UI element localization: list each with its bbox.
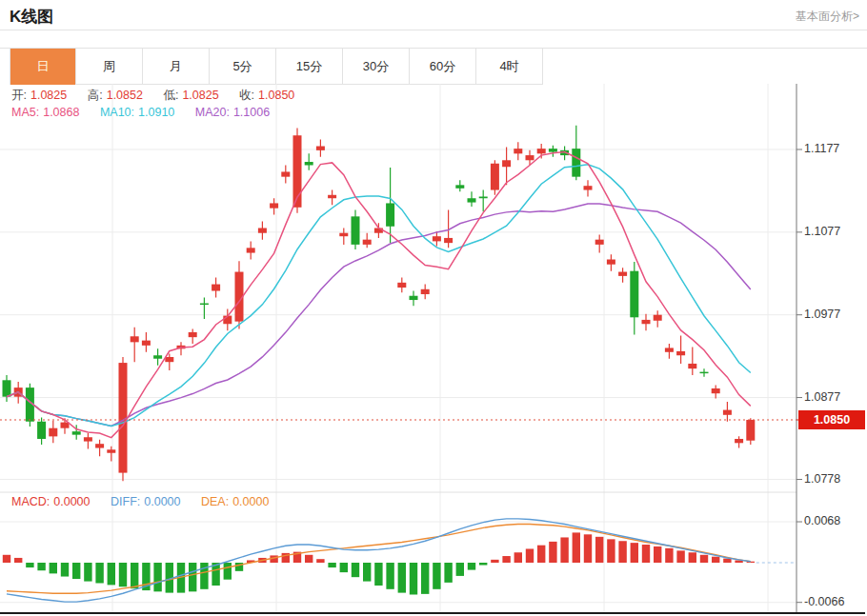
macd-hist-bar [665, 548, 673, 563]
macd-hist-bar [119, 563, 127, 586]
candle-body [352, 216, 360, 245]
open-value: 1.0825 [30, 89, 67, 102]
macd-hist-bar [398, 563, 406, 593]
candle-body [258, 229, 267, 233]
candle-body [502, 160, 511, 167]
macd-hist-bar [37, 563, 45, 570]
open-label: 开: [11, 89, 27, 102]
ma10-line [7, 165, 751, 427]
candle-body [549, 149, 557, 151]
candle-body [479, 197, 488, 199]
macd-value: 0.0000 [53, 495, 90, 508]
tab-30分[interactable]: 30分 [343, 49, 410, 85]
macd-hist-bar [72, 563, 80, 579]
ma5-value: 1.0868 [43, 106, 79, 119]
y-tick-label: -0.0066 [804, 595, 865, 609]
candle-body [630, 271, 638, 318]
candle-body [3, 380, 11, 396]
macd-hist-bar [549, 542, 556, 563]
macd-hist-bar [386, 563, 393, 589]
interval-tabbar: 日周月5分15分30分60分4时 [0, 48, 867, 84]
candle-body [328, 195, 336, 198]
y-tick-label: 1.0877 [804, 390, 865, 405]
macd-hist-bar [700, 555, 708, 563]
kline-app: K线图 基本面分析> 日周月5分15分30分60分4时 开:1.0825 高:1… [0, 0, 867, 616]
macd-hist-bar [479, 563, 487, 566]
macd-hist-bar [491, 560, 498, 563]
macd-hist-bar [50, 563, 57, 573]
candle-body [595, 240, 604, 245]
candle-body [270, 203, 278, 208]
tab-日[interactable]: 日 [10, 49, 76, 85]
macd-hist-bar [654, 546, 661, 563]
candle-body [700, 372, 709, 374]
tab-4时[interactable]: 4时 [476, 49, 543, 85]
macd-hist-bar [328, 563, 335, 567]
candle-body [95, 444, 104, 447]
macd-hist-bar [595, 537, 603, 563]
macd-hist-bar [14, 558, 22, 563]
macd-hist-bar [410, 563, 417, 594]
macd-hist-bar [95, 563, 103, 583]
candle-body [618, 272, 627, 276]
candle-body [584, 186, 593, 189]
macd-row: MACD:0.0000 DIFF:0.0000 DEA:0.0000 [11, 495, 272, 508]
ma-row: MA5:1.0868 MA10:1.0910 MA20:1.1006 [11, 106, 273, 119]
candle-body [433, 236, 441, 241]
macd-hist-bar [514, 552, 522, 563]
macd-hist-bar [502, 556, 510, 563]
ma5-line [7, 152, 751, 438]
macd-hist-bar [316, 559, 324, 563]
candle-body [363, 240, 372, 245]
candle-body [200, 304, 209, 306]
tab-月[interactable]: 月 [143, 49, 210, 85]
tab-5分[interactable]: 5分 [210, 49, 276, 85]
candle-body [189, 332, 197, 337]
ohlc-row: 开:1.0825 高:1.0852 低:1.0825 收:1.0850 [11, 88, 298, 104]
candle-body [72, 431, 81, 434]
chart-canvas[interactable] [0, 83, 867, 616]
close-value: 1.0850 [258, 89, 294, 102]
low-value: 1.0825 [182, 89, 218, 102]
fundamental-analysis-link[interactable]: 基本面分析> [796, 9, 859, 25]
macd-hist-bar [363, 563, 371, 582]
candle-body [491, 164, 499, 190]
candle-body [654, 315, 662, 321]
candle-body [735, 439, 743, 443]
dea-value: 0.0000 [232, 495, 269, 508]
ma10-value: 1.0910 [138, 106, 174, 119]
ma10-label: MA10: [100, 106, 134, 119]
macd-hist-bar [108, 563, 115, 585]
candle-body [84, 437, 92, 441]
candle-body [281, 171, 290, 176]
candle-body [386, 203, 394, 226]
candle-body [537, 149, 546, 153]
tab-60分[interactable]: 60分 [410, 49, 476, 85]
macd-hist-bar [131, 563, 138, 588]
candle-body [676, 351, 685, 355]
candle-body [165, 357, 173, 362]
candle-body [107, 449, 115, 452]
macd-hist-bar [421, 563, 429, 594]
candle-body [421, 289, 430, 294]
macd-hist-bar [456, 563, 464, 576]
tab-周[interactable]: 周 [76, 49, 143, 85]
macd-hist-bar [676, 550, 684, 563]
candle-body [49, 428, 57, 437]
candle-body [305, 162, 313, 165]
high-label: 高: [88, 89, 103, 102]
macd-hist-bar [618, 541, 626, 563]
macd-hist-bar [444, 563, 452, 583]
candle-body [723, 410, 732, 415]
candle-body [247, 248, 255, 252]
macd-hist-bar [433, 563, 440, 589]
macd-hist-bar [631, 543, 638, 563]
candle-body [61, 423, 70, 428]
candle-body [153, 355, 162, 358]
current-price-badge: 1.0850 [798, 410, 865, 429]
tab-15分[interactable]: 15分 [276, 49, 343, 85]
candle-body [607, 260, 615, 265]
close-label: 收: [239, 89, 254, 102]
ma20-label: MA20: [195, 106, 230, 119]
candle-body [142, 341, 151, 346]
